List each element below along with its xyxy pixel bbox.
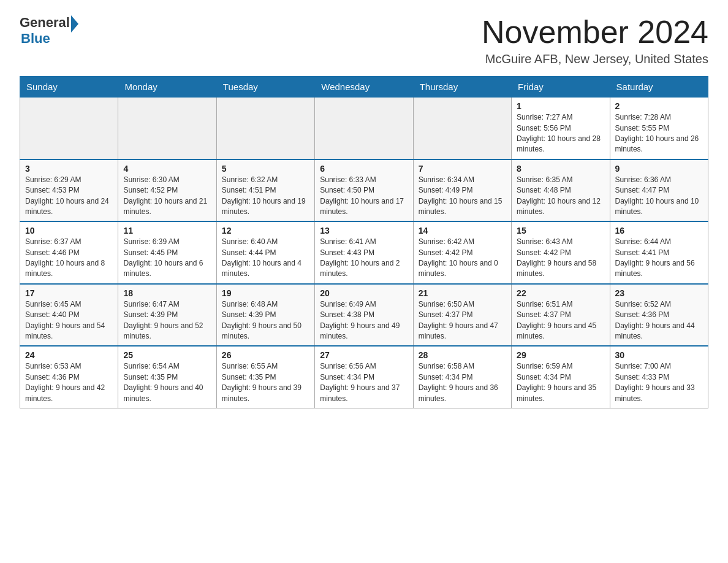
calendar-cell [413,98,511,159]
weekday-header-sunday: Sunday [20,77,118,98]
day-sun-info: Sunrise: 6:55 AM Sunset: 4:35 PM Dayligh… [222,361,309,404]
calendar-cell: 23Sunrise: 6:52 AM Sunset: 4:36 PM Dayli… [610,284,708,347]
day-sun-info: Sunrise: 6:50 AM Sunset: 4:37 PM Dayligh… [419,299,506,342]
day-sun-info: Sunrise: 6:29 AM Sunset: 4:53 PM Dayligh… [25,175,113,218]
day-sun-info: Sunrise: 6:42 AM Sunset: 4:42 PM Dayligh… [419,237,506,280]
logo-arrow-icon [71,15,78,33]
day-sun-info: Sunrise: 7:27 AM Sunset: 5:56 PM Dayligh… [517,112,604,155]
logo-blue-text: Blue [21,31,50,47]
calendar-week-1: 1Sunrise: 7:27 AM Sunset: 5:56 PM Daylig… [20,98,708,159]
location-subtitle: McGuire AFB, New Jersey, United States [482,52,708,66]
title-block: November 2024 McGuire AFB, New Jersey, U… [482,15,708,66]
calendar-table: SundayMondayTuesdayWednesdayThursdayFrid… [20,76,708,408]
day-number: 16 [615,226,703,236]
calendar-cell: 26Sunrise: 6:55 AM Sunset: 4:35 PM Dayli… [216,346,314,408]
day-number: 1 [517,101,604,111]
day-number: 13 [320,226,408,236]
weekday-header-thursday: Thursday [413,77,511,98]
calendar-cell [118,98,216,159]
calendar-week-5: 24Sunrise: 6:53 AM Sunset: 4:36 PM Dayli… [20,346,708,408]
day-sun-info: Sunrise: 6:53 AM Sunset: 4:36 PM Dayligh… [25,361,113,404]
weekday-header-monday: Monday [118,77,216,98]
day-number: 23 [615,288,703,298]
weekday-header-friday: Friday [512,77,610,98]
calendar-cell: 18Sunrise: 6:47 AM Sunset: 4:39 PM Dayli… [118,284,216,347]
day-sun-info: Sunrise: 6:34 AM Sunset: 4:49 PM Dayligh… [419,175,506,218]
calendar-cell: 5Sunrise: 6:32 AM Sunset: 4:51 PM Daylig… [216,159,314,222]
day-sun-info: Sunrise: 6:43 AM Sunset: 4:42 PM Dayligh… [517,237,604,280]
calendar-cell: 7Sunrise: 6:34 AM Sunset: 4:49 PM Daylig… [413,159,511,222]
day-number: 11 [123,226,211,236]
day-number: 3 [25,164,113,174]
calendar-cell: 15Sunrise: 6:43 AM Sunset: 4:42 PM Dayli… [512,221,610,284]
calendar-cell: 20Sunrise: 6:49 AM Sunset: 4:38 PM Dayli… [315,284,413,347]
day-number: 20 [320,288,408,298]
day-number: 9 [615,164,703,174]
day-number: 12 [222,226,309,236]
day-number: 6 [320,164,408,174]
day-number: 17 [25,288,113,298]
day-sun-info: Sunrise: 6:40 AM Sunset: 4:44 PM Dayligh… [222,237,309,280]
day-number: 21 [419,288,506,298]
day-sun-info: Sunrise: 6:35 AM Sunset: 4:48 PM Dayligh… [517,175,604,218]
calendar-week-4: 17Sunrise: 6:45 AM Sunset: 4:40 PM Dayli… [20,284,708,347]
calendar-cell: 25Sunrise: 6:54 AM Sunset: 4:35 PM Dayli… [118,346,216,408]
calendar-cell: 11Sunrise: 6:39 AM Sunset: 4:45 PM Dayli… [118,221,216,284]
day-number: 7 [419,164,506,174]
calendar-week-3: 10Sunrise: 6:37 AM Sunset: 4:46 PM Dayli… [20,221,708,284]
day-number: 5 [222,164,309,174]
day-sun-info: Sunrise: 6:49 AM Sunset: 4:38 PM Dayligh… [320,299,408,342]
calendar-week-2: 3Sunrise: 6:29 AM Sunset: 4:53 PM Daylig… [20,159,708,222]
day-sun-info: Sunrise: 6:41 AM Sunset: 4:43 PM Dayligh… [320,237,408,280]
calendar-cell: 12Sunrise: 6:40 AM Sunset: 4:44 PM Dayli… [216,221,314,284]
day-sun-info: Sunrise: 6:52 AM Sunset: 4:36 PM Dayligh… [615,299,703,342]
logo-general: General [20,15,70,31]
calendar-cell [315,98,413,159]
month-title: November 2024 [482,15,708,50]
day-number: 25 [123,350,211,360]
calendar-header-row: SundayMondayTuesdayWednesdayThursdayFrid… [20,77,708,98]
day-sun-info: Sunrise: 6:45 AM Sunset: 4:40 PM Dayligh… [25,299,113,342]
day-number: 29 [517,350,604,360]
calendar-cell: 1Sunrise: 7:27 AM Sunset: 5:56 PM Daylig… [512,98,610,159]
day-number: 18 [123,288,211,298]
calendar-cell: 8Sunrise: 6:35 AM Sunset: 4:48 PM Daylig… [512,159,610,222]
day-number: 19 [222,288,309,298]
calendar-cell [20,98,118,159]
day-number: 24 [25,350,113,360]
day-sun-info: Sunrise: 6:48 AM Sunset: 4:39 PM Dayligh… [222,299,309,342]
calendar-cell: 2Sunrise: 7:28 AM Sunset: 5:55 PM Daylig… [610,98,708,159]
calendar-cell: 17Sunrise: 6:45 AM Sunset: 4:40 PM Dayli… [20,284,118,347]
day-sun-info: Sunrise: 6:33 AM Sunset: 4:50 PM Dayligh… [320,175,408,218]
day-number: 28 [419,350,506,360]
calendar-cell: 29Sunrise: 6:59 AM Sunset: 4:34 PM Dayli… [512,346,610,408]
day-number: 14 [419,226,506,236]
day-number: 4 [123,164,211,174]
day-sun-info: Sunrise: 6:36 AM Sunset: 4:47 PM Dayligh… [615,175,703,218]
calendar-cell: 24Sunrise: 6:53 AM Sunset: 4:36 PM Dayli… [20,346,118,408]
weekday-header-wednesday: Wednesday [315,77,413,98]
logo: General Blue [20,15,78,47]
day-sun-info: Sunrise: 6:44 AM Sunset: 4:41 PM Dayligh… [615,237,703,280]
calendar-cell: 14Sunrise: 6:42 AM Sunset: 4:42 PM Dayli… [413,221,511,284]
day-number: 15 [517,226,604,236]
day-sun-info: Sunrise: 6:56 AM Sunset: 4:34 PM Dayligh… [320,361,408,404]
page-header: General Blue November 2024 McGuire AFB, … [20,15,708,66]
calendar-cell: 19Sunrise: 6:48 AM Sunset: 4:39 PM Dayli… [216,284,314,347]
day-number: 27 [320,350,408,360]
day-number: 22 [517,288,604,298]
day-sun-info: Sunrise: 6:51 AM Sunset: 4:37 PM Dayligh… [517,299,604,342]
calendar-cell: 30Sunrise: 7:00 AM Sunset: 4:33 PM Dayli… [610,346,708,408]
calendar-cell: 28Sunrise: 6:58 AM Sunset: 4:34 PM Dayli… [413,346,511,408]
day-number: 2 [615,101,703,111]
weekday-header-saturday: Saturday [610,77,708,98]
day-number: 30 [615,350,703,360]
calendar-cell: 13Sunrise: 6:41 AM Sunset: 4:43 PM Dayli… [315,221,413,284]
weekday-header-tuesday: Tuesday [216,77,314,98]
day-sun-info: Sunrise: 7:28 AM Sunset: 5:55 PM Dayligh… [615,112,703,155]
day-sun-info: Sunrise: 6:39 AM Sunset: 4:45 PM Dayligh… [123,237,211,280]
calendar-cell: 4Sunrise: 6:30 AM Sunset: 4:52 PM Daylig… [118,159,216,222]
day-sun-info: Sunrise: 6:47 AM Sunset: 4:39 PM Dayligh… [123,299,211,342]
day-sun-info: Sunrise: 7:00 AM Sunset: 4:33 PM Dayligh… [615,361,703,404]
day-number: 8 [517,164,604,174]
